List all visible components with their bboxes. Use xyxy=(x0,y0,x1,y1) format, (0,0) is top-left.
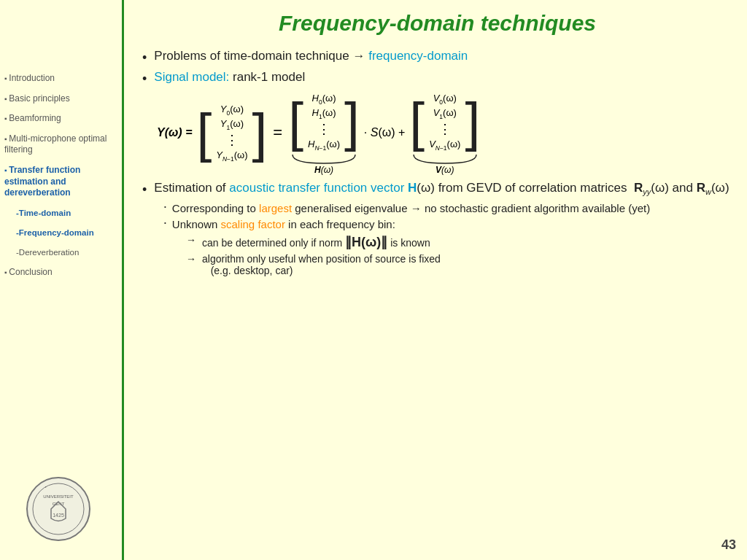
main-content: Frequency-domain techniques • Problems o… xyxy=(128,0,747,560)
Y-bold: Y(ω) = xyxy=(157,126,192,139)
signal-model-highlight: Signal model: xyxy=(154,70,229,84)
sidebar-item-introduction[interactable]: Introduction xyxy=(4,73,122,85)
atfv-highlight: acoustic transfer function vector H xyxy=(229,181,417,195)
right-bracket-H: ] xyxy=(344,95,360,149)
Y1: Y1(ω) xyxy=(220,118,244,131)
bullet-2: • Signal model: rank-1 model xyxy=(142,70,732,87)
YN1: YN−1(ω) xyxy=(216,149,247,163)
arrow-item-1: → can be determined only if norm ‖H(ω)‖ … xyxy=(186,234,732,250)
sub-bullet-2-text: Unknown scaling factor in each frequency… xyxy=(172,218,395,230)
Y-vdots: ⋮ xyxy=(225,132,239,148)
H-vdots: ⋮ xyxy=(317,121,330,137)
frequency-domain-highlight: frequency-domain xyxy=(368,49,468,63)
sub-bullet-1-text: Corresponding to largest generalised eig… xyxy=(172,202,650,214)
bullet-dot-2: • xyxy=(142,71,147,87)
matrix-V-container: [ V0(ω) V1(ω) ⋮ VN−1(ω) ] V(ω) xyxy=(409,91,480,175)
H1: H1(ω) xyxy=(312,107,336,120)
bullet-3: • Estimation of acoustic transfer functi… xyxy=(142,181,732,198)
V-vdots: ⋮ xyxy=(438,121,452,137)
bullet-dot-3: • xyxy=(142,182,147,198)
sidebar-item-conclusion[interactable]: Conclusion xyxy=(4,267,122,279)
bullet-1: • Problems of time-domain technique → fr… xyxy=(142,49,732,66)
matrix-H: [ H0(ω) H1(ω) ⋮ HN−1(ω) ] xyxy=(288,91,360,153)
sub-dot-2: • xyxy=(164,219,166,226)
V1: V1(ω) xyxy=(433,107,457,120)
arrow-2-text: algorithm only useful when position of s… xyxy=(202,253,441,276)
left-bracket-Y: [ xyxy=(196,106,212,160)
matrix-Y-cells: Y0(ω) Y1(ω) ⋮ YN−1(ω) xyxy=(212,102,252,164)
arrow-1-text: can be determined only if norm ‖H(ω)‖ is… xyxy=(202,234,430,250)
equals-sign: = xyxy=(273,123,282,142)
V-label: V(ω) xyxy=(436,165,454,175)
left-bracket-V: [ xyxy=(409,95,425,149)
HN1: HN−1(ω) xyxy=(308,139,340,152)
right-bracket-V: ] xyxy=(465,95,480,149)
matrix-H-cells: H0(ω) H1(ω) ⋮ HN−1(ω) xyxy=(303,91,344,153)
dot-S: · S(ω) + xyxy=(364,126,406,139)
matrix-V: [ V0(ω) V1(ω) ⋮ VN−1(ω) ] xyxy=(409,91,480,153)
sidebar-item-multi-microphone[interactable]: Multi-microphone optimal filtering xyxy=(4,133,122,156)
sidebar-item-time-domain[interactable]: -Time-domain xyxy=(10,208,122,219)
sidebar-item-beamforming[interactable]: Beamforming xyxy=(4,113,122,125)
svg-point-0 xyxy=(27,478,90,540)
V0: V0(ω) xyxy=(433,93,457,106)
svg-text:1425: 1425 xyxy=(53,513,64,518)
Y0: Y0(ω) xyxy=(220,104,244,117)
svg-text:UNIVERSITEIT: UNIVERSITEIT xyxy=(43,494,74,499)
arrow-item-2: → algorithm only useful when position of… xyxy=(186,253,732,276)
university-logo: UNIVERSITEIT GENT 1425 • xyxy=(7,472,109,545)
page-number: 43 xyxy=(721,537,736,553)
bullet-dot-1: • xyxy=(142,50,147,66)
bullet-1-text: Problems of time-domain technique → freq… xyxy=(154,49,468,63)
matrix-Y: [ Y0(ω) Y1(ω) ⋮ YN−1(ω) ] xyxy=(196,102,267,164)
bullet-2-text: Signal model: rank-1 model xyxy=(154,70,305,85)
scaling-factor-highlight: scaling factor xyxy=(221,218,285,230)
matrix-V-cells: V0(ω) V1(ω) ⋮ VN−1(ω) xyxy=(425,91,465,153)
sub-dot-1: • xyxy=(164,203,166,210)
sidebar: Introduction Basic principles Beamformin… xyxy=(0,0,124,560)
page-title: Frequency-domain techniques xyxy=(142,11,732,36)
H-label: H(ω) xyxy=(314,165,333,175)
right-bracket-Y: ] xyxy=(252,106,268,160)
sidebar-item-frequency-domain[interactable]: -Frequency-domain xyxy=(10,228,122,238)
sidebar-item-transfer-function[interactable]: Transfer function estimation and derever… xyxy=(4,165,122,199)
sub-bullet-2: • Unknown scaling factor in each frequen… xyxy=(164,218,732,230)
left-bracket-H: [ xyxy=(288,95,303,149)
matrix-H-container: [ H0(ω) H1(ω) ⋮ HN−1(ω) ] H(ω) xyxy=(288,91,360,175)
norm-brackets: ‖H(ω)‖ xyxy=(345,235,387,249)
largest-highlight: largest xyxy=(259,202,292,214)
bullet-3-text: Estimation of acoustic transfer function… xyxy=(154,181,732,196)
underbrace-V-svg xyxy=(412,153,478,165)
arrow-icon-2: → xyxy=(186,253,196,265)
matrix-equation: Y(ω) = [ Y0(ω) Y1(ω) ⋮ YN−1(ω) ] = [ H0(… xyxy=(157,91,732,175)
arrow-icon-1: → xyxy=(186,234,196,246)
sidebar-item-basic-principles[interactable]: Basic principles xyxy=(4,93,122,105)
H0: H0(ω) xyxy=(312,93,336,106)
sub-bullet-1: • Corresponding to largest generalised e… xyxy=(164,202,732,214)
VN1: VN−1(ω) xyxy=(429,139,460,152)
sidebar-item-dereverberation[interactable]: -Dereverberation xyxy=(10,247,122,258)
underbrace-H-svg xyxy=(291,153,357,165)
